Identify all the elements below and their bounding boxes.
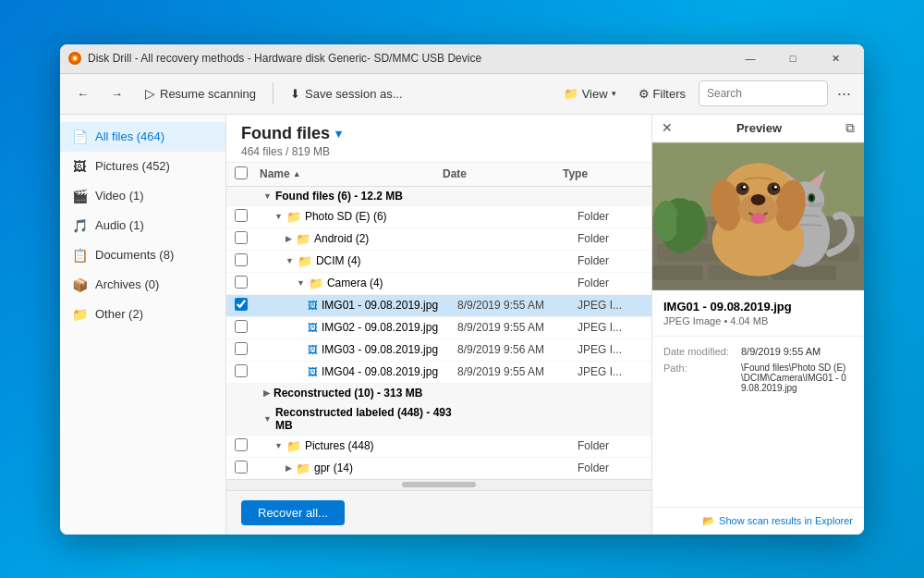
list-item[interactable]: ▼ 📁 DCIM (4) Folder [226,251,651,273]
preview-copy-button[interactable]: ⧉ [845,120,855,136]
header-name[interactable]: Name ▲ [256,167,443,180]
maximize-button[interactable]: □ [772,44,814,74]
row-date: 8/9/2019 9:56 AM [457,343,578,356]
list-item[interactable]: ▼ Reconstructed labeled (448) - 493 MB [226,403,651,436]
file-list[interactable]: ▼ Found files (6) - 12.2 MB ▼ 📁 Photo SD… [226,187,651,479]
save-icon: ⬇ [290,87,300,101]
row-name: 🖼 IMG01 - 09.08.2019.jpg [256,299,457,312]
scroll-thumb[interactable] [402,482,476,487]
folder-icon: 📁 [296,461,310,475]
expand-icon[interactable]: ▼ [274,441,283,450]
more-options-button[interactable]: ··· [832,79,857,108]
dropdown-arrow[interactable]: ▾ [335,127,342,141]
file-header: Found files ▾ 464 files / 819 MB [226,115,651,163]
list-item[interactable]: ▼ 📁 Pictures (448) Folder [226,436,651,458]
horizontal-scrollbar[interactable] [226,479,651,490]
select-all-checkbox[interactable] [235,166,248,179]
resume-button[interactable]: ▷ Resume scanning [136,79,265,108]
row-checkbox-col [226,342,256,358]
list-item[interactable]: ▶ 📁 gpr (14) Folder [226,458,651,479]
sidebar-item-pictures[interactable]: 🖼 Pictures (452) [60,152,225,181]
filters-button[interactable]: ⚙ Filters [629,79,695,108]
row-date: 8/9/2019 9:55 AM [457,321,578,334]
expand-icon[interactable]: ▶ [286,463,292,473]
row-checkbox[interactable] [235,364,248,377]
close-button[interactable]: ✕ [814,44,857,74]
sidebar-item-audio[interactable]: 🎵 Audio (1) [60,211,225,240]
row-checkbox-col [226,461,256,476]
row-checkbox[interactable] [235,276,248,289]
row-checkbox-col [226,320,256,336]
image-file-icon: 🖼 [308,366,318,377]
sidebar-item-all-files[interactable]: 📄 All files (464) [60,122,225,152]
row-name: ▼ Reconstructed labeled (448) - 493 MB [256,406,457,432]
sidebar-label-audio: Audio (1) [95,218,144,232]
header-type[interactable]: Type [563,167,637,180]
svg-point-2 [73,56,77,60]
list-item[interactable]: 🖼 IMG04 - 09.08.2019.jpg 8/9/2019 9:55 A… [226,362,651,384]
list-item[interactable]: ▼ 📁 Camera (4) Folder [226,273,651,295]
expand-icon[interactable]: ▼ [263,414,272,424]
list-item[interactable]: ▼ Found files (6) - 12.2 MB [226,187,651,206]
window-title: Disk Drill - All recovery methods - Hard… [88,52,729,65]
chevron-down-icon: ▾ [612,89,616,98]
archives-icon: 📦 [71,277,88,292]
minimize-button[interactable]: — [729,44,772,74]
image-file-icon: 🖼 [308,322,318,333]
meta-date-row: Date modified: 8/9/2019 9:55 AM [663,346,853,357]
row-type: JPEG I... [578,299,651,312]
documents-icon: 📋 [71,248,88,263]
app-icon [67,51,82,66]
sidebar-item-archives[interactable]: 📦 Archives (0) [60,270,225,300]
search-input[interactable] [707,87,820,100]
expand-icon[interactable]: ▼ [263,191,272,201]
save-session-button[interactable]: ⬇ Save session as... [281,79,412,108]
sidebar-item-video[interactable]: 🎬 Video (1) [60,181,225,211]
sidebar-label-other: Other (2) [95,307,143,321]
audio-icon: 🎵 [71,218,88,233]
back-button[interactable]: ← [67,79,98,108]
expand-icon[interactable]: ▼ [286,256,294,265]
sidebar-label-archives: Archives (0) [95,277,159,291]
row-type: Folder [578,210,651,223]
recover-all-button[interactable]: Recover all... [241,500,345,525]
preview-close-button[interactable]: ✕ [662,120,673,135]
sidebar-label-documents: Documents (8) [95,248,174,262]
row-checkbox[interactable] [235,298,248,311]
row-checkbox-col [226,253,256,269]
row-checkbox[interactable] [235,342,248,355]
row-checkbox[interactable] [235,209,248,222]
row-checkbox[interactable] [235,438,248,451]
forward-button[interactable]: → [102,79,132,108]
row-type: Folder [578,277,651,289]
list-item[interactable]: 🖼 IMG01 - 09.08.2019.jpg 8/9/2019 9:55 A… [226,295,651,317]
row-type: Folder [578,232,651,245]
row-checkbox[interactable] [235,320,248,333]
sidebar-item-documents[interactable]: 📋 Documents (8) [60,240,225,270]
list-item[interactable]: 🖼 IMG02 - 09.08.2019.jpg 8/9/2019 9:55 A… [226,317,651,339]
sidebar-item-other[interactable]: 📁 Other (2) [60,300,225,329]
expand-icon[interactable]: ▼ [274,212,283,221]
row-checkbox[interactable] [235,253,248,266]
image-file-icon: 🖼 [308,344,318,355]
row-checkbox[interactable] [235,461,248,473]
view-button[interactable]: 📁 View ▾ [554,79,626,108]
row-type: JPEG I... [578,321,651,334]
expand-icon[interactable]: ▶ [286,234,292,243]
list-item[interactable]: ▼ 📁 Photo SD (E) (6) Folder [226,206,651,228]
show-explorer-link[interactable]: 📂 Show scan results in Explorer [702,515,853,527]
folder-icon: 📁 [296,232,310,246]
folder-icon: 📁 [286,439,301,453]
meta-path-value: \Found files\Photo SD (E)\DCIM\Camera\IM… [741,363,853,393]
row-name: ▼ Found files (6) - 12.2 MB [256,190,457,203]
expand-icon[interactable]: ▼ [297,278,305,288]
list-item[interactable]: 🖼 IMG03 - 09.08.2019.jpg 8/9/2019 9:56 A… [226,339,651,362]
preview-info: IMG01 - 09.08.2019.jpg JPEG Image • 4.04… [652,290,864,337]
expand-icon[interactable]: ▶ [263,388,270,398]
row-checkbox-col [226,276,256,291]
list-item[interactable]: ▶ Reconstructed (10) - 313 MB [226,384,651,403]
list-item[interactable]: ▶ 📁 Android (2) Folder [226,228,651,251]
row-date: 8/9/2019 9:55 AM [457,365,578,378]
header-date[interactable]: Date [443,167,563,180]
row-checkbox[interactable] [235,231,248,244]
